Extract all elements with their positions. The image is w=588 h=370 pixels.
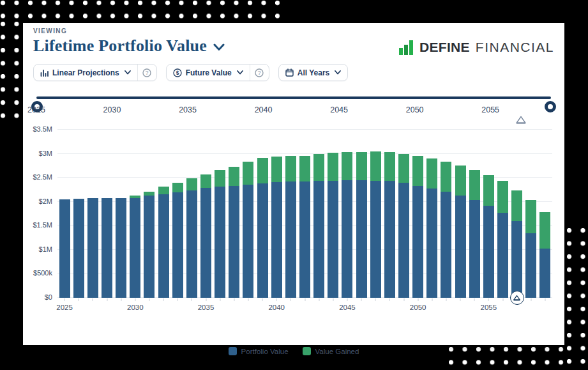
bar-segment-value-gained[interactable] (285, 156, 296, 181)
legend-label: Portfolio Value (241, 348, 289, 355)
bar-segment-value-gained[interactable] (483, 175, 494, 206)
bar-segment-value-gained[interactable] (384, 152, 395, 181)
bar-segment-value-gained[interactable] (525, 200, 536, 233)
bar-segment-value-gained[interactable] (469, 170, 480, 200)
bar-segment-value-gained[interactable] (398, 154, 409, 183)
bar-segment-value-gained[interactable] (158, 187, 169, 194)
decorative-dots-left (0, 21, 22, 125)
bar-segment-portfolio-value[interactable] (525, 233, 536, 298)
slider-marker-triangle-icon[interactable] (516, 116, 526, 124)
bar-segment-portfolio-value[interactable] (172, 192, 183, 298)
bar-segment-portfolio-value[interactable] (384, 181, 395, 298)
bar-segment-portfolio-value[interactable] (370, 181, 381, 298)
bar-segment-portfolio-value[interactable] (426, 189, 437, 298)
help-icon[interactable]: ? (250, 65, 269, 81)
bar-segment-value-gained[interactable] (539, 212, 550, 249)
bar-segment-portfolio-value[interactable] (243, 185, 253, 298)
linear-projections-dropdown[interactable]: Linear Projections (34, 65, 137, 81)
decorative-dots-top (0, 0, 280, 21)
bar-segment-value-gained[interactable] (455, 166, 466, 196)
bar-segment-portfolio-value[interactable] (328, 181, 338, 298)
bar-segment-value-gained[interactable] (186, 178, 197, 190)
x-axis-label: 2055 (481, 304, 497, 311)
bar-segment-portfolio-value[interactable] (59, 199, 70, 298)
x-axis-tick (248, 298, 248, 301)
bar-segment-portfolio-value[interactable] (455, 196, 466, 298)
x-axis-tick (121, 298, 121, 301)
bar-segment-portfolio-value[interactable] (257, 183, 268, 298)
bar-segment-value-gained[interactable] (412, 156, 423, 186)
bar-2052 (439, 130, 453, 298)
bar-segment-portfolio-value[interactable] (511, 221, 522, 298)
bar-segment-portfolio-value[interactable] (87, 198, 98, 298)
axis-marker-triangle[interactable] (510, 291, 524, 305)
x-axis-tick (220, 298, 220, 301)
bar-segment-portfolio-value[interactable] (299, 181, 310, 298)
bar-2036 (213, 130, 227, 298)
portfolio-view-selector[interactable]: Lifetime Portfolio Value (33, 36, 225, 56)
bar-segment-portfolio-value[interactable] (497, 213, 508, 298)
bar-segment-value-gained[interactable] (257, 158, 268, 183)
bar-2048 (382, 130, 396, 298)
chart-plot: $0$500k$1M$1.5M$2M$2.5M$3M$3.5M202520302… (57, 130, 552, 298)
bar-segment-portfolio-value[interactable] (342, 180, 352, 298)
x-axis-tick (446, 298, 446, 301)
bar-segment-portfolio-value[interactable] (186, 190, 197, 298)
chart-legend: Portfolio Value Value Gained (23, 347, 564, 355)
all-years-dropdown[interactable]: All Years (279, 65, 347, 81)
bar-segment-value-gained[interactable] (200, 174, 211, 188)
bar-2040 (269, 130, 283, 298)
bar-segment-portfolio-value[interactable] (313, 181, 324, 298)
bar-segment-value-gained[interactable] (313, 154, 324, 181)
bar-segment-value-gained[interactable] (356, 152, 367, 180)
x-axis-tick (135, 298, 135, 301)
bar-segment-value-gained[interactable] (497, 181, 508, 213)
bar-segment-portfolio-value[interactable] (158, 194, 169, 298)
bar-segment-value-gained[interactable] (370, 151, 381, 181)
bar-2034 (185, 130, 199, 298)
x-axis-tick (177, 298, 178, 301)
bar-segment-value-gained[interactable] (328, 153, 338, 181)
bar-segment-portfolio-value[interactable] (73, 199, 84, 298)
bar-2050 (411, 130, 425, 298)
bar-segment-portfolio-value[interactable] (356, 180, 367, 298)
filter-all-years: All Years (278, 64, 348, 81)
bar-2046 (354, 130, 368, 298)
bar-segment-portfolio-value[interactable] (102, 198, 112, 298)
bar-segment-portfolio-value[interactable] (441, 192, 451, 298)
slider-track[interactable] (36, 96, 551, 99)
bar-segment-value-gained[interactable] (342, 152, 352, 180)
bar-segment-portfolio-value[interactable] (469, 200, 480, 298)
bar-segment-value-gained[interactable] (215, 170, 225, 187)
bar-segment-value-gained[interactable] (229, 167, 239, 186)
bar-segment-value-gained[interactable] (299, 156, 310, 182)
bar-segment-value-gained[interactable] (172, 183, 183, 192)
slider-year-label: 2030 (103, 105, 121, 114)
future-value-dropdown[interactable]: $ Future Value (167, 65, 250, 81)
help-icon[interactable]: ? (137, 65, 156, 81)
bar-segment-portfolio-value[interactable] (200, 188, 211, 298)
filter-label: Linear Projections (52, 68, 119, 77)
bar-segment-portfolio-value[interactable] (285, 181, 296, 298)
bar-segment-portfolio-value[interactable] (130, 198, 140, 298)
bar-segment-portfolio-value[interactable] (215, 187, 225, 298)
y-axis-label: $2.5M (33, 173, 52, 181)
x-axis-tick (206, 298, 206, 301)
bar-segment-portfolio-value[interactable] (412, 186, 423, 298)
bar-2035 (199, 130, 213, 298)
bar-segment-portfolio-value[interactable] (483, 206, 494, 298)
bar-segment-value-gained[interactable] (271, 157, 282, 182)
bar-segment-value-gained[interactable] (441, 162, 451, 192)
bar-segment-value-gained[interactable] (243, 162, 253, 184)
bar-segment-portfolio-value[interactable] (229, 186, 239, 298)
bar-segment-portfolio-value[interactable] (539, 249, 550, 298)
bar-segment-portfolio-value[interactable] (116, 198, 126, 298)
chevron-down-icon[interactable] (213, 43, 225, 51)
bar-segment-portfolio-value[interactable] (144, 196, 155, 298)
bar-segment-portfolio-value[interactable] (271, 182, 282, 298)
x-axis-label: 2040 (268, 304, 285, 311)
bar-segment-value-gained[interactable] (426, 158, 437, 189)
filter-bar: Linear Projections ? $ Future Value ? Al… (23, 56, 564, 81)
bar-segment-portfolio-value[interactable] (398, 183, 409, 298)
bar-segment-value-gained[interactable] (511, 190, 522, 221)
